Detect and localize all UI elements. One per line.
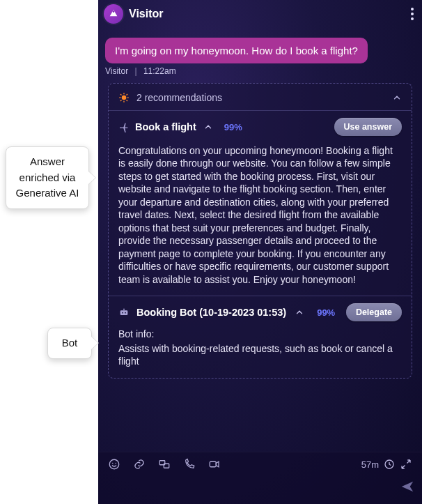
bot-info-text: Assists with booking-related requests, s… — [118, 342, 402, 367]
transfer-button[interactable] — [158, 458, 171, 471]
visitor-avatar — [104, 4, 123, 24]
message-input[interactable] — [108, 478, 400, 497]
meta-separator: | — [134, 66, 136, 76]
timer-value: 57m — [361, 459, 379, 470]
flight-icon — [118, 121, 130, 132]
annotation-bot: Bot — [47, 328, 92, 359]
message-meta: Visitor | 11:22am — [105, 66, 422, 76]
pointer-icon — [91, 337, 98, 349]
collapse-recommendations-button[interactable] — [392, 93, 402, 102]
smile-icon — [108, 458, 120, 471]
recommendations-icon — [118, 92, 130, 103]
recommendations-title: 2 recommendations — [136, 92, 222, 103]
send-icon — [400, 479, 415, 494]
expand-button[interactable] — [400, 458, 412, 471]
kebab-icon — [411, 8, 414, 20]
composer: 57m — [98, 452, 422, 504]
message-sender: Visitor — [105, 66, 128, 76]
visitor-message-bubble: I'm going on my honeymoon. How do I book… — [105, 38, 368, 63]
chat-panel: Visitor I'm going on my honeymoon. How d… — [98, 0, 422, 504]
delegate-button[interactable]: Delegate — [346, 303, 402, 321]
recommendations-header[interactable]: 2 recommendations — [109, 84, 412, 110]
video-button[interactable] — [208, 458, 221, 471]
chevron-up-icon — [203, 122, 213, 132]
video-icon — [208, 458, 221, 471]
svg-line-6 — [120, 94, 121, 95]
recommendations-card: 2 recommendations Book a flight 99% Use … — [108, 83, 412, 379]
svg-line-7 — [127, 100, 127, 101]
send-button[interactable] — [400, 479, 415, 496]
svg-point-1 — [122, 96, 127, 100]
collapse-item-button[interactable] — [295, 307, 304, 317]
more-menu-button[interactable] — [409, 6, 415, 22]
recommendation-item: Booking Bot (10-19-2023 01:53) 99% Deleg… — [109, 296, 412, 377]
chevron-up-icon — [295, 307, 304, 317]
transfer-icon — [158, 458, 171, 471]
delegate-label: Delegate — [356, 307, 392, 317]
svg-line-9 — [127, 94, 127, 95]
bot-icon — [118, 307, 130, 318]
pointer-icon — [88, 171, 95, 184]
use-answer-label: Use answer — [344, 122, 392, 132]
svg-point-11 — [122, 312, 123, 314]
recommendation-item-header: Booking Bot (10-19-2023 01:53) 99% Deleg… — [118, 303, 402, 321]
collapse-item-button[interactable] — [203, 122, 213, 132]
attach-link-button[interactable] — [133, 458, 146, 471]
annotation-text: Bot — [62, 337, 78, 349]
svg-rect-13 — [123, 309, 124, 311]
composer-toolbar: 57m — [98, 452, 422, 475]
expand-icon — [400, 458, 412, 471]
use-answer-button[interactable]: Use answer — [334, 118, 402, 136]
svg-rect-19 — [210, 461, 216, 467]
visitor-message-text: I'm going on my honeymoon. How do I book… — [115, 45, 358, 56]
recommendation-body: Congratulations on your upcoming honeymo… — [118, 144, 402, 286]
recommendation-item-header: Book a flight 99% Use answer — [118, 118, 402, 136]
call-button[interactable] — [183, 458, 196, 471]
composer-right: 57m — [361, 458, 412, 471]
chevron-up-icon — [392, 93, 402, 102]
link-icon — [133, 458, 146, 471]
timer-icon — [383, 458, 396, 471]
svg-point-0 — [113, 10, 115, 13]
composer-input-row — [98, 475, 422, 504]
svg-point-15 — [112, 463, 114, 464]
visitor-name: Visitor — [129, 8, 164, 20]
recommendation-title: Book a flight — [135, 121, 196, 132]
confidence-score: 99% — [317, 307, 335, 318]
annotation-text: Answer enriched via Generative AI — [16, 155, 79, 199]
confidence-score: 99% — [224, 122, 242, 132]
emoji-button[interactable] — [108, 458, 120, 471]
phone-icon — [183, 458, 196, 471]
bot-info-label: Bot info: — [118, 328, 402, 339]
recommendation-title: Booking Bot (10-19-2023 01:53) — [136, 307, 286, 318]
recommendation-item: Book a flight 99% Use answer Congratulat… — [109, 111, 412, 296]
svg-point-14 — [109, 459, 119, 469]
chat-header: Visitor — [98, 0, 422, 28]
annotation-generative-ai: Answer enriched via Generative AI — [6, 146, 89, 209]
svg-line-8 — [120, 100, 121, 101]
svg-point-12 — [125, 312, 126, 314]
svg-point-16 — [116, 463, 117, 464]
visitor-avatar-icon — [108, 8, 119, 20]
svg-rect-10 — [120, 310, 128, 315]
message-time: 11:22am — [143, 66, 176, 76]
